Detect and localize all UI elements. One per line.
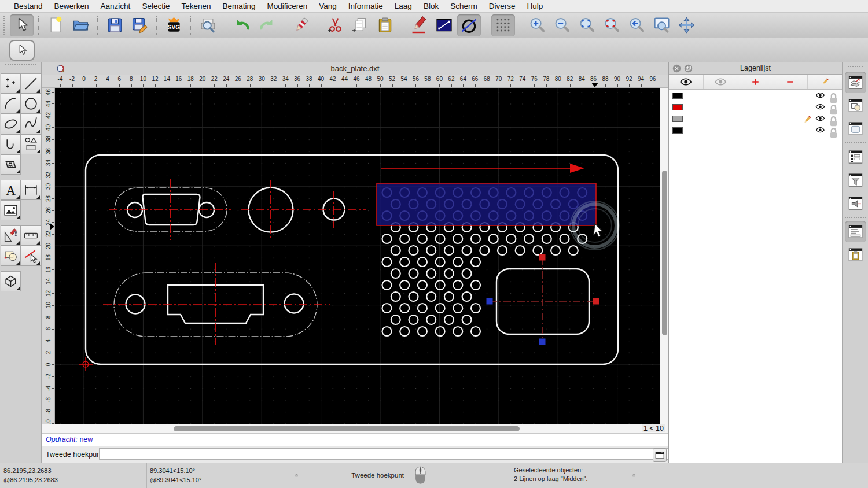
horizontal-scrollbar-thumb[interactable]: [174, 426, 520, 431]
layer-color-swatch[interactable]: [672, 104, 683, 110]
show-all-layers-button[interactable]: [669, 75, 704, 89]
layer-row-0[interactable]: [669, 90, 842, 101]
menu-vang[interactable]: Vang: [313, 2, 343, 10]
layer-color-swatch[interactable]: [672, 93, 683, 99]
circle-line-tool-button[interactable]: [457, 14, 481, 36]
menu-selectie[interactable]: Selectie: [136, 2, 175, 10]
tool-text-button[interactable]: A: [1, 180, 21, 200]
select-button[interactable]: [10, 14, 34, 36]
vertical-scrollbar[interactable]: [660, 88, 668, 424]
layer-color-swatch[interactable]: [672, 127, 683, 134]
open-file-button[interactable]: [69, 14, 93, 36]
menu-modificeren[interactable]: Modificeren: [262, 2, 314, 10]
menu-tekenen[interactable]: Tekenen: [175, 2, 216, 10]
layer-lock-toggle[interactable]: [829, 115, 838, 123]
tool-circle-button[interactable]: [21, 94, 41, 114]
tool-blocks-button[interactable]: [1, 246, 21, 266]
edit-layer-button[interactable]: [808, 75, 842, 89]
layer-row-terug[interactable]: [669, 113, 842, 124]
tool-spline-button[interactable]: [21, 114, 41, 134]
menu-bestand[interactable]: Bestand: [8, 2, 49, 10]
tool-box3d-button[interactable]: [1, 271, 21, 291]
ruler-label: 4: [45, 334, 52, 347]
zoom-previous-button[interactable]: [625, 14, 649, 36]
tool-modify-button[interactable]: [1, 225, 21, 246]
menu-laag[interactable]: Laag: [389, 2, 418, 10]
zoom-pan-button[interactable]: [675, 14, 698, 36]
copy-button[interactable]: [348, 14, 372, 36]
tool-image-button[interactable]: [1, 200, 21, 220]
circle-line-tool-icon: [460, 16, 478, 34]
new-file-button[interactable]: [44, 14, 68, 36]
layer-lock-toggle[interactable]: [829, 103, 838, 111]
horizontal-scrollbar[interactable]: 1 < 10: [42, 424, 668, 434]
blocks-panel-toggle-button[interactable]: [845, 95, 866, 116]
layer-color-swatch[interactable]: [672, 116, 683, 122]
svg-export-button[interactable]: SVG: [162, 14, 186, 36]
clipboard-panel-toggle-button[interactable]: [845, 244, 866, 265]
toolbar-drag-handle[interactable]: [3, 16, 6, 35]
zoom-auto-button[interactable]: [575, 14, 599, 36]
tool-ellipse-button[interactable]: [1, 114, 21, 134]
zoom-out-button[interactable]: [550, 14, 574, 36]
line-tool-button[interactable]: [432, 14, 456, 36]
command-panel-toggle-button[interactable]: [845, 221, 866, 242]
layer-visibility-toggle[interactable]: [815, 92, 825, 99]
drawing-canvas[interactable]: [55, 88, 660, 424]
vertical-scrollbar-thumb[interactable]: [662, 171, 667, 335]
cad-drawing[interactable]: [55, 88, 660, 424]
grid-toggle-button[interactable]: [491, 14, 515, 36]
remove-layer-button[interactable]: [773, 75, 808, 89]
save-button[interactable]: [103, 14, 127, 36]
filter-panel-toggle-button[interactable]: [845, 169, 866, 191]
zoom-window-button[interactable]: [650, 14, 674, 36]
hide-all-layers-button[interactable]: [704, 75, 738, 89]
cut-button[interactable]: [323, 14, 347, 36]
menu-scherm[interactable]: Scherm: [444, 2, 483, 10]
layer-row-midden[interactable]: [669, 101, 842, 113]
layer-lock-toggle[interactable]: [829, 127, 838, 134]
tool-points-button[interactable]: [1, 73, 21, 94]
zoom-in-button[interactable]: [525, 14, 549, 36]
draw-pencil-button[interactable]: [407, 14, 431, 36]
layers-panel-toggle-button[interactable]: [845, 72, 866, 93]
views-panel-toggle-button[interactable]: [845, 118, 866, 139]
save-as-button[interactable]: [128, 14, 152, 36]
menu-aanzicht[interactable]: Aanzicht: [95, 2, 137, 10]
tool-line-button[interactable]: [21, 73, 41, 94]
add-layer-button[interactable]: [738, 75, 773, 89]
print-preview-button[interactable]: [196, 14, 220, 36]
menu-blok[interactable]: Blok: [418, 2, 444, 10]
command-panel-toggle-button[interactable]: [653, 448, 667, 462]
delete-entity-button[interactable]: [289, 14, 313, 36]
layer-visibility-toggle[interactable]: [815, 103, 825, 111]
layer-lock-toggle[interactable]: [829, 92, 838, 99]
tool-select-entity-button[interactable]: [21, 246, 41, 266]
palette-drag-handle[interactable]: [5, 64, 36, 72]
menu-bewerken[interactable]: Bewerken: [49, 2, 95, 10]
zoom-selection-button[interactable]: [600, 14, 624, 36]
layer-visibility-toggle[interactable]: [815, 115, 825, 123]
command-input[interactable]: [99, 448, 690, 460]
properties-panel-toggle-button[interactable]: [845, 146, 866, 168]
ruler-tick: [84, 84, 84, 87]
tool-arc-button[interactable]: [1, 94, 21, 114]
menu-hulp[interactable]: Hulp: [521, 2, 549, 10]
layer-row-ventilatie[interactable]: [669, 124, 842, 136]
document-area: back_plate.dxf -4-2024681012141618202224…: [42, 62, 668, 463]
tool-shapes-button[interactable]: [21, 134, 41, 154]
layer-visibility-toggle[interactable]: [815, 127, 825, 134]
dock-drag-handle[interactable]: [848, 66, 863, 69]
library-panel-toggle-button[interactable]: [845, 193, 866, 214]
tool-dimension-button[interactable]: [21, 180, 41, 200]
menu-bemating[interactable]: Bemating: [216, 2, 261, 10]
tool-measure-button[interactable]: [21, 225, 41, 246]
menu-informatie[interactable]: Informatie: [343, 2, 389, 10]
menu-diverse[interactable]: Diverse: [483, 2, 521, 10]
redo-button[interactable]: [255, 14, 279, 36]
tool-polyline-button[interactable]: [1, 134, 21, 154]
paste-button[interactable]: [373, 14, 397, 36]
undo-button[interactable]: [230, 14, 254, 36]
tool-hatch-button[interactable]: [1, 154, 21, 175]
selection-tool-button[interactable]: [9, 40, 35, 61]
